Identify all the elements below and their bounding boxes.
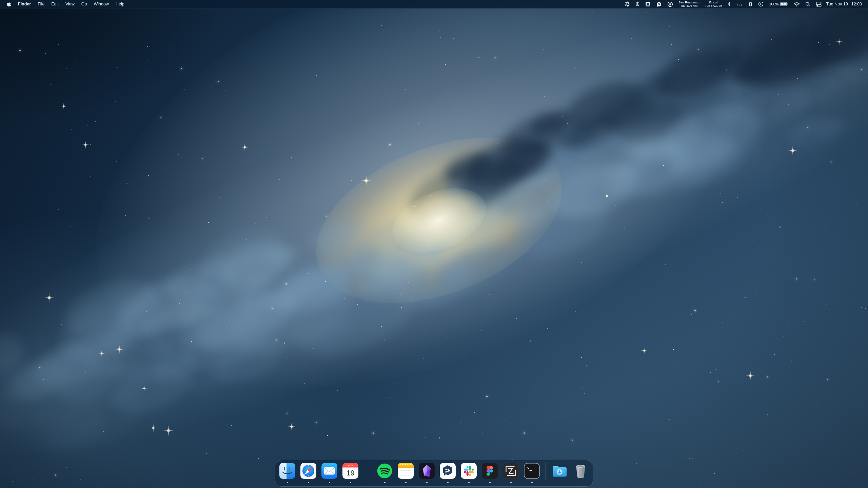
menu-bar-left: Finder File Edit View Go Window Help [5, 0, 128, 8]
world-clock-city: Brazil [705, 1, 722, 4]
now-playing-menu-item[interactable] [755, 0, 766, 8]
running-indicator [510, 482, 512, 483]
battery-menu-item[interactable]: 100% [766, 2, 791, 6]
running-indicator [350, 482, 351, 483]
menu-bar-date: Tue Nov 19 [826, 2, 848, 6]
obsidian-icon [419, 463, 435, 479]
world-clock-time: Tue 8:03 AM [705, 4, 722, 7]
menu-bar-time: 12:03 [851, 2, 862, 6]
control-center-menu-item[interactable] [813, 0, 824, 8]
calendar-icon: NOV 19 [342, 463, 358, 479]
bluetooth-menu-item[interactable] [725, 0, 734, 8]
desktop-wallpaper [0, 0, 868, 488]
running-indicator [384, 482, 386, 483]
svg-text:19: 19 [346, 469, 354, 477]
dock-mail[interactable] [321, 463, 337, 479]
bluetooth-icon [729, 2, 730, 6]
dock-downloads[interactable] [552, 463, 568, 479]
dock: NOV 19 [275, 460, 593, 487]
running-indicator [426, 482, 428, 483]
dock-spacer [363, 463, 372, 479]
figma-icon [482, 463, 498, 479]
menu-window[interactable]: Window [90, 0, 112, 8]
world-clock-san-francisco[interactable]: San Francisco Tue 4:03 AM [676, 1, 702, 7]
dock-divider [546, 462, 546, 480]
hexagon-share-app-menu-icon[interactable] [653, 0, 665, 8]
menu-help[interactable]: Help [112, 0, 128, 8]
running-indicator [308, 482, 309, 483]
running-indicator [405, 482, 407, 483]
zed-icon [503, 463, 519, 479]
menu-view[interactable]: View [62, 0, 78, 8]
world-clock-city: San Francisco [678, 1, 699, 4]
world-clock-brazil[interactable]: Brazil Tue 8:03 AM [702, 1, 725, 7]
wallpaper-effects [0, 0, 868, 488]
dock-terminal[interactable]: >_ [524, 463, 540, 479]
wifi-menu-item[interactable] [791, 0, 803, 8]
dock-hexagon-share-app[interactable] [440, 463, 456, 479]
battery-charging-icon [780, 2, 788, 6]
hexagon-share-app-icon [440, 463, 456, 479]
figma-menu-icon[interactable] [633, 0, 643, 8]
menu-bar-clock[interactable]: Tue Nov 19 12:03 [824, 2, 864, 6]
menu-file[interactable]: File [34, 0, 48, 8]
control-center-icon [816, 2, 821, 6]
svg-text:>_: >_ [527, 466, 533, 471]
now-playing-icon [759, 2, 763, 6]
dock-spotify[interactable] [377, 463, 393, 479]
dock-zed[interactable] [503, 463, 519, 479]
downloads-folder-icon [552, 463, 568, 479]
iphone-mirroring-icon [750, 2, 752, 6]
menu-bar-status: G San Francisco Tue 4:03 AM Brazil Tue 8… [622, 0, 864, 8]
spotlight-search-icon [806, 2, 810, 6]
dock-figma[interactable] [482, 463, 498, 479]
apple-menu[interactable] [5, 0, 15, 8]
mail-icon [321, 463, 337, 479]
spotlight-menu-item[interactable] [803, 0, 813, 8]
menu-finder[interactable]: Finder [15, 0, 34, 8]
running-indicator [531, 482, 533, 483]
dock-calendar[interactable]: NOV 19 [342, 463, 358, 479]
running-indicator [447, 482, 449, 483]
running-indicator [468, 482, 470, 483]
notes-icon [398, 463, 414, 479]
dock-slack[interactable] [461, 463, 477, 479]
dock-obsidian[interactable] [419, 463, 435, 479]
iphone-mirroring-menu-item[interactable] [746, 0, 755, 8]
finder-icon [279, 463, 295, 479]
triangle-app-menu-icon[interactable] [643, 0, 653, 8]
apple-icon [7, 1, 11, 7]
slack-icon [461, 463, 477, 479]
trash-icon [573, 463, 589, 479]
world-clock-time: Tue 4:03 AM [678, 4, 699, 7]
battery-percent: 100% [769, 2, 778, 6]
menu-go[interactable]: Go [78, 0, 91, 8]
spotify-icon [377, 463, 393, 479]
running-indicator [287, 482, 288, 483]
desktop: Finder File Edit View Go Window Help [0, 0, 868, 488]
dock-notes[interactable] [398, 463, 414, 479]
dock-safari[interactable] [300, 463, 316, 479]
dock-trash[interactable] [573, 463, 589, 479]
sunburst-menu-icon[interactable] [622, 0, 633, 8]
safari-icon [300, 463, 316, 479]
menu-edit[interactable]: Edit [48, 0, 62, 8]
g-circle-menu-icon[interactable]: G [665, 0, 676, 8]
terminal-icon: >_ [524, 463, 540, 479]
scattered-dots-menu-item[interactable] [734, 0, 746, 8]
vignette [0, 0, 868, 488]
svg-text:G: G [669, 2, 671, 6]
scattered-dots-icon [738, 3, 743, 6]
wifi-icon [794, 3, 799, 6]
dock-finder[interactable] [279, 463, 295, 479]
running-indicator [489, 482, 491, 483]
menu-bar: Finder File Edit View Go Window Help [0, 0, 868, 8]
running-indicator [329, 482, 330, 483]
svg-text:NOV: NOV [348, 464, 353, 467]
